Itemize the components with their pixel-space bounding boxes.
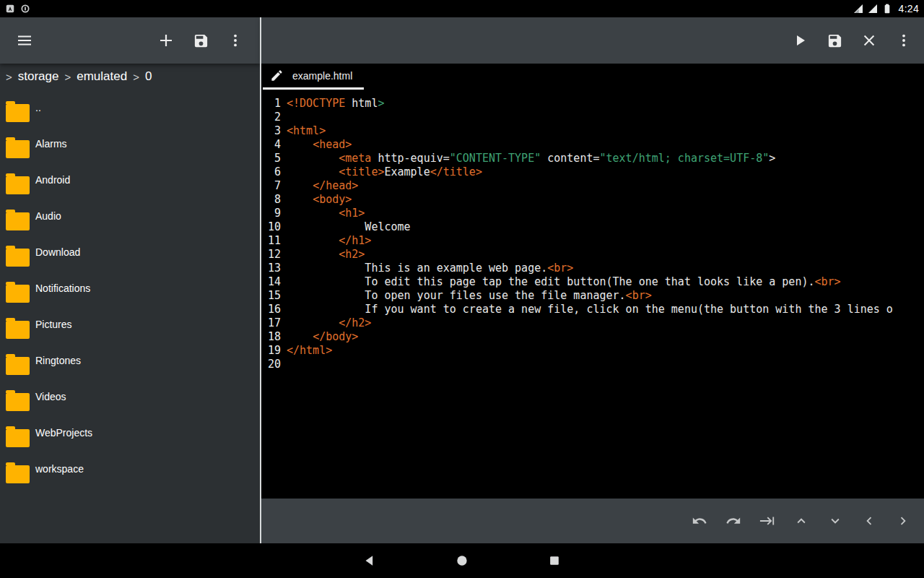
overflow-icon bbox=[227, 33, 243, 48]
overflow-icon bbox=[896, 33, 912, 48]
folder-row[interactable]: Audio bbox=[0, 201, 260, 237]
folder-label: .. bbox=[35, 102, 41, 113]
home-button[interactable] bbox=[450, 549, 474, 572]
folder-icon bbox=[6, 393, 30, 411]
folder-row[interactable]: Videos bbox=[0, 381, 260, 418]
line-number: 12 bbox=[261, 248, 287, 262]
code-line[interactable]: 13 This is an example web page.<br> bbox=[261, 262, 924, 275]
folder-row[interactable]: Alarms bbox=[0, 129, 260, 165]
close-icon bbox=[861, 33, 877, 48]
code-text: </body> bbox=[287, 330, 358, 344]
menu-button[interactable] bbox=[10, 26, 39, 55]
code-line[interactable]: 18 </body> bbox=[261, 330, 924, 344]
code-text: To edit this page tap the edit button(Th… bbox=[287, 275, 841, 289]
code-line[interactable]: 10 Welcome bbox=[261, 220, 924, 234]
breadcrumb-separator-icon: > bbox=[64, 71, 71, 83]
line-number: 14 bbox=[261, 275, 287, 289]
cursor-up-button[interactable] bbox=[788, 507, 815, 535]
code-line[interactable]: 1<!DOCTYPE html> bbox=[261, 97, 924, 111]
tab-indent-button[interactable] bbox=[754, 507, 781, 535]
save-button[interactable] bbox=[820, 26, 849, 55]
line-number: 8 bbox=[261, 193, 287, 207]
code-editor[interactable]: 1<!DOCTYPE html>23<html>4 <head>5 <meta … bbox=[261, 90, 924, 499]
new-file-icon bbox=[157, 32, 175, 49]
status-bar: 4:24 bbox=[0, 0, 924, 17]
line-number: 4 bbox=[261, 138, 287, 152]
undo-button[interactable] bbox=[686, 507, 713, 535]
breadcrumb-part[interactable]: 0 bbox=[145, 69, 152, 84]
menu-icon bbox=[16, 32, 33, 49]
redo-icon bbox=[725, 513, 741, 529]
code-text: <meta http-equiv="CONTENT-TYPE" content=… bbox=[287, 152, 775, 165]
folder-row[interactable]: Android bbox=[0, 165, 260, 201]
line-number: 3 bbox=[261, 124, 287, 138]
code-text: <title>Example</title> bbox=[287, 165, 482, 179]
code-line[interactable]: 11 </h1> bbox=[261, 234, 924, 248]
battery-icon bbox=[881, 3, 893, 14]
folder-icon bbox=[6, 104, 30, 122]
code-text: <html> bbox=[287, 124, 326, 138]
folder-label: Audio bbox=[35, 210, 61, 222]
code-line[interactable]: 2 bbox=[261, 111, 924, 124]
code-line[interactable]: 19</html> bbox=[261, 344, 924, 358]
line-number: 18 bbox=[261, 330, 287, 344]
code-text: Welcome bbox=[287, 220, 411, 234]
code-line[interactable]: 8 <body> bbox=[261, 193, 924, 207]
folder-row[interactable]: Pictures bbox=[0, 309, 260, 345]
line-number: 13 bbox=[261, 262, 287, 275]
status-right-icons: 4:24 bbox=[853, 3, 919, 14]
tab-label: example.html bbox=[292, 70, 352, 85]
cursor-left-button[interactable] bbox=[855, 507, 883, 535]
editor-overflow-button[interactable] bbox=[889, 26, 918, 55]
folder-row[interactable]: WebProjects bbox=[0, 418, 260, 454]
code-line[interactable]: 16 If you want to create a new file, cli… bbox=[261, 303, 924, 316]
breadcrumb-part[interactable]: storage bbox=[18, 69, 59, 84]
folder-label: Notifications bbox=[35, 282, 90, 294]
code-text: <body> bbox=[287, 193, 352, 207]
folder-label: workspace bbox=[35, 463, 84, 475]
redo-button[interactable] bbox=[720, 507, 747, 535]
code-text: <head> bbox=[287, 138, 352, 152]
app-badge-icon bbox=[5, 4, 15, 14]
chevron-left-icon bbox=[861, 513, 877, 529]
code-line[interactable]: 15 To open your files use the file manag… bbox=[261, 289, 924, 303]
code-line[interactable]: 12 <h2> bbox=[261, 248, 924, 262]
code-line[interactable]: 6 <title>Example</title> bbox=[261, 165, 924, 179]
cell-signal-icon bbox=[867, 3, 879, 14]
code-line[interactable]: 17 </h2> bbox=[261, 316, 924, 330]
folder-list: ..AlarmsAndroidAudioDownloadNotification… bbox=[0, 90, 260, 543]
breadcrumb-part[interactable]: emulated bbox=[77, 69, 127, 84]
cursor-down-button[interactable] bbox=[821, 507, 849, 535]
folder-label: Alarms bbox=[35, 138, 67, 150]
code-line[interactable]: 7 </head> bbox=[261, 179, 924, 193]
code-text: If you want to create a new file, click … bbox=[287, 303, 893, 316]
folder-row[interactable]: Download bbox=[0, 237, 260, 273]
save-all-button[interactable] bbox=[186, 26, 215, 55]
back-button[interactable] bbox=[358, 549, 381, 572]
code-line[interactable]: 3<html> bbox=[261, 124, 924, 138]
folder-row[interactable]: workspace bbox=[0, 454, 260, 490]
folder-icon bbox=[6, 285, 30, 303]
tab-example-html[interactable]: example.html bbox=[263, 66, 364, 90]
folder-row[interactable]: Notifications bbox=[0, 273, 260, 309]
breadcrumb[interactable]: >storage>emulated>0 bbox=[0, 64, 260, 90]
close-file-button[interactable] bbox=[855, 26, 884, 55]
code-line[interactable]: 20 bbox=[261, 358, 924, 371]
code-line[interactable]: 14 To edit this page tap the edit button… bbox=[261, 275, 924, 289]
file-overflow-button[interactable] bbox=[221, 26, 250, 55]
editor-panel: example.html 1<!DOCTYPE html>23<html>4 <… bbox=[261, 17, 924, 543]
folder-row[interactable]: Ringtones bbox=[0, 345, 260, 381]
new-file-button[interactable] bbox=[152, 26, 180, 55]
panel-divider[interactable] bbox=[260, 17, 261, 543]
code-line[interactable]: 5 <meta http-equiv="CONTENT-TYPE" conten… bbox=[261, 152, 924, 165]
code-line[interactable]: 4 <head> bbox=[261, 138, 924, 152]
recents-button[interactable] bbox=[543, 549, 566, 572]
home-icon bbox=[455, 553, 469, 568]
run-button[interactable] bbox=[785, 26, 814, 55]
code-line[interactable]: 9 <h1> bbox=[261, 207, 924, 220]
cursor-right-button[interactable] bbox=[889, 507, 917, 535]
breadcrumb-separator-icon: > bbox=[6, 71, 12, 83]
tab-bar: example.html bbox=[261, 66, 924, 90]
line-number: 15 bbox=[261, 289, 287, 303]
folder-row[interactable]: .. bbox=[0, 92, 260, 129]
